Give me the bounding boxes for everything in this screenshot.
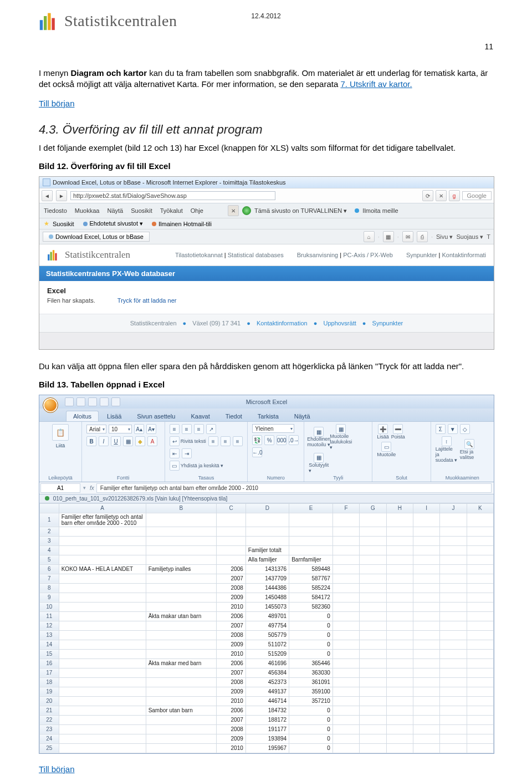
row-header[interactable]: 16: [40, 659, 59, 668]
cell[interactable]: [386, 696, 413, 706]
security-x-icon[interactable]: ✕: [228, 205, 239, 216]
cell[interactable]: [59, 630, 146, 640]
row-header[interactable]: 7: [40, 574, 59, 583]
cell[interactable]: [360, 564, 386, 574]
font-family-select[interactable]: Arial: [86, 425, 106, 433]
cell[interactable]: [386, 743, 413, 753]
cell[interactable]: [440, 706, 467, 715]
cell[interactable]: [467, 706, 493, 715]
cell[interactable]: [59, 706, 146, 715]
cell[interactable]: 1431376: [245, 564, 289, 574]
cell[interactable]: [59, 668, 146, 677]
align-top-icon[interactable]: ≡: [170, 424, 180, 434]
cell[interactable]: [413, 630, 439, 640]
cell[interactable]: 515209: [245, 649, 289, 659]
cell[interactable]: [413, 724, 439, 734]
menu-help[interactable]: Ohje: [191, 207, 203, 214]
col-header[interactable]: C: [217, 503, 246, 513]
insert-cells[interactable]: ➕Lisää: [377, 424, 389, 440]
cell[interactable]: 456384: [245, 668, 289, 677]
worksheet-grid[interactable]: ABCDEFGHIJK1Familjer efter familjetyp oc…: [39, 503, 494, 753]
bold-icon[interactable]: B: [86, 436, 96, 446]
cell[interactable]: [413, 545, 439, 555]
row-header[interactable]: 21: [40, 706, 59, 715]
underline-icon[interactable]: U: [111, 436, 121, 446]
cell[interactable]: [146, 602, 217, 611]
format-cells[interactable]: ▭Muotoile: [377, 442, 396, 457]
nav-databases-fi[interactable]: Tilastotietokannat: [175, 252, 223, 258]
cell[interactable]: 585224: [289, 583, 333, 593]
row-header[interactable]: 2: [40, 527, 59, 536]
cell[interactable]: 2010: [217, 649, 246, 659]
cell[interactable]: [360, 687, 386, 696]
cell[interactable]: [413, 611, 439, 621]
cell[interactable]: [467, 734, 493, 743]
fill-color-icon[interactable]: ◆: [135, 436, 145, 446]
cell[interactable]: [360, 583, 386, 593]
cell[interactable]: 461696: [245, 659, 289, 668]
cell[interactable]: 184732: [245, 706, 289, 715]
tab-data[interactable]: Tiedot: [218, 411, 249, 421]
cell[interactable]: [332, 724, 359, 734]
forward-icon[interactable]: ►: [56, 190, 67, 201]
row-header[interactable]: 8: [40, 583, 59, 593]
cell[interactable]: [467, 621, 493, 630]
cell[interactable]: [413, 593, 439, 602]
cell[interactable]: [413, 574, 439, 583]
print-icon[interactable]: ⎙: [417, 231, 428, 242]
cell[interactable]: [332, 734, 359, 743]
row-header[interactable]: 23: [40, 724, 59, 734]
find-select[interactable]: 🔍Etsi ja valitse: [460, 439, 479, 460]
cell[interactable]: Äkta makar utan barn: [146, 611, 217, 621]
cell[interactable]: [332, 743, 359, 753]
cell[interactable]: [146, 583, 217, 593]
cell[interactable]: [146, 696, 217, 706]
cell[interactable]: [467, 649, 493, 659]
cell[interactable]: 359100: [289, 687, 333, 696]
cell[interactable]: [332, 583, 359, 593]
cell[interactable]: 446714: [245, 696, 289, 706]
cell[interactable]: [332, 640, 359, 649]
col-header[interactable]: G: [360, 503, 386, 513]
cell[interactable]: [146, 621, 217, 630]
cell[interactable]: [289, 513, 333, 527]
cell[interactable]: [59, 545, 146, 555]
tab-insert[interactable]: Lisää: [100, 411, 129, 421]
cell[interactable]: [440, 734, 467, 743]
cell[interactable]: [59, 602, 146, 611]
cell[interactable]: [413, 696, 439, 706]
formula-bar[interactable]: Familjer efter familjetyp och antal barn…: [96, 483, 492, 493]
cell[interactable]: [59, 687, 146, 696]
delete-cells[interactable]: ➖Poista: [391, 424, 405, 440]
tab-view[interactable]: Näytä: [287, 411, 318, 421]
cell[interactable]: [440, 513, 467, 527]
back-icon[interactable]: ◄: [42, 190, 53, 201]
cell[interactable]: [59, 593, 146, 602]
cell[interactable]: [59, 640, 146, 649]
cell[interactable]: 2007: [217, 715, 246, 724]
col-header[interactable]: A: [59, 503, 146, 513]
cell[interactable]: [146, 677, 217, 687]
cell[interactable]: 2006: [217, 706, 246, 715]
cell[interactable]: 357210: [289, 696, 333, 706]
cell[interactable]: [440, 659, 467, 668]
cell[interactable]: [386, 527, 413, 536]
hotmail-link[interactable]: Ilmainen Hotmail-tili: [158, 221, 212, 227]
cell[interactable]: [467, 677, 493, 687]
footer-contact[interactable]: Kontaktinformation: [257, 320, 308, 326]
autosum-icon[interactable]: Σ: [436, 424, 446, 434]
cell[interactable]: [146, 668, 217, 677]
cell[interactable]: [413, 555, 439, 564]
cell[interactable]: [440, 743, 467, 753]
cell[interactable]: [59, 724, 146, 734]
cell[interactable]: [332, 659, 359, 668]
cell[interactable]: [332, 574, 359, 583]
cell[interactable]: 2008: [217, 677, 246, 687]
cell[interactable]: [59, 715, 146, 724]
cell[interactable]: Barnfamiljer: [289, 555, 333, 564]
cell[interactable]: 0: [289, 611, 333, 621]
cell[interactable]: [289, 536, 333, 545]
cell[interactable]: [59, 659, 146, 668]
download-link[interactable]: Tryck för att ladda ner: [117, 297, 177, 304]
cell[interactable]: [440, 724, 467, 734]
